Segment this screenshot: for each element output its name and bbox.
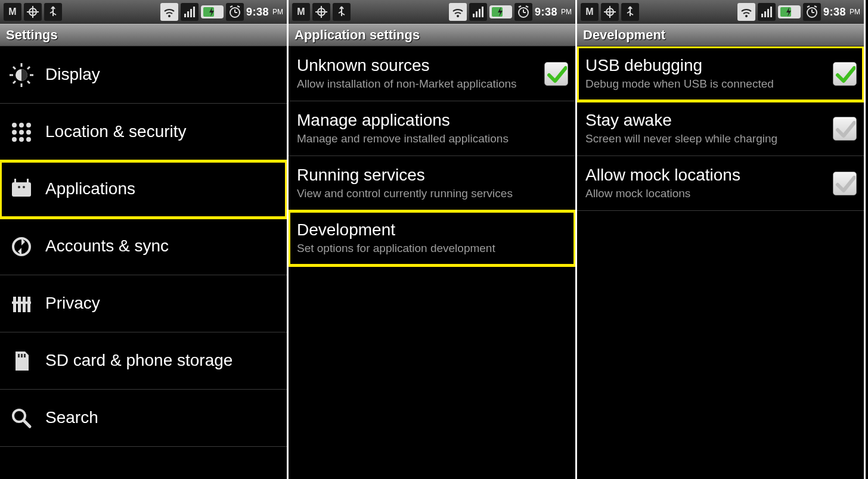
svg-rect-53 — [479, 9, 480, 17]
row-label: Accounts & sync — [45, 237, 280, 256]
settings-accounts-sync[interactable]: Accounts & sync — [0, 218, 287, 275]
settings-location-security[interactable]: Location & security — [0, 104, 287, 161]
battery-charging-icon — [778, 5, 801, 18]
screen-settings: M 9:38PM Settings Display Location & sec… — [0, 0, 289, 479]
row-label: SD card & phone storage — [45, 351, 280, 370]
settings-more[interactable] — [0, 447, 287, 479]
svg-line-71 — [807, 6, 810, 7]
settings-sd-storage[interactable]: SD card & phone storage — [0, 332, 287, 390]
usb-icon — [621, 3, 639, 21]
clock-ampm: PM — [850, 8, 860, 16]
debug-icon — [601, 3, 619, 21]
row-label: Applications — [45, 179, 280, 198]
screen-application-settings: M 9:38PM Application settings Unknown so… — [289, 0, 577, 479]
more-icon — [8, 455, 35, 479]
wifi-icon — [160, 3, 178, 21]
debug-icon — [24, 3, 42, 21]
status-bar: M 9:38PM — [0, 0, 287, 24]
row-label: Running services — [297, 166, 568, 185]
signal-icon — [469, 3, 487, 21]
clock-ampm: PM — [272, 8, 283, 16]
dev-usb-debugging[interactable]: USB debugging Debug mode when USB is con… — [577, 46, 864, 101]
row-label: Allow mock locations — [585, 166, 827, 185]
fence-icon — [8, 291, 35, 317]
brightness-icon — [8, 62, 35, 88]
row-subtitle: Set options for application development — [297, 242, 568, 256]
dev-list: USB debugging Debug mode when USB is con… — [577, 46, 864, 479]
signal-icon — [181, 3, 199, 21]
clock-time: 9:38 — [535, 6, 557, 18]
status-bar: M 9:38PM — [577, 0, 864, 24]
row-subtitle: Debug mode when USB is connected — [585, 77, 827, 91]
row-label: Manage applications — [297, 111, 568, 130]
svg-rect-52 — [476, 11, 478, 17]
alarm-icon — [226, 3, 244, 21]
appset-development[interactable]: Development Set options for application … — [289, 211, 575, 266]
row-label: Location & security — [45, 122, 280, 141]
sd-icon — [8, 348, 35, 374]
row-label: Privacy — [45, 294, 280, 313]
svg-rect-51 — [473, 14, 475, 17]
settings-list: Display Location & security Applications… — [0, 46, 287, 479]
svg-line-46 — [237, 6, 240, 7]
svg-rect-40 — [190, 9, 192, 17]
gmail-icon: M — [581, 3, 599, 21]
row-subtitle: View and control currently running servi… — [297, 187, 568, 201]
svg-line-58 — [519, 6, 521, 7]
appset-manage-applications[interactable]: Manage applications Manage and remove in… — [289, 101, 575, 156]
svg-rect-38 — [184, 14, 186, 17]
row-subtitle: Manage and remove installed applications — [297, 132, 568, 146]
row-label: USB debugging — [585, 56, 827, 75]
svg-rect-54 — [482, 7, 483, 17]
screen-development: M 9:38PM Development USB debugging Debug… — [577, 0, 866, 479]
svg-point-50 — [457, 15, 459, 17]
settings-display[interactable]: Display — [0, 46, 287, 104]
sync-icon — [8, 234, 35, 260]
svg-line-59 — [526, 6, 528, 7]
svg-rect-67 — [770, 7, 772, 17]
svg-point-37 — [168, 15, 170, 17]
settings-privacy[interactable]: Privacy — [0, 275, 287, 332]
appset-running-services[interactable]: Running services View and control curren… — [289, 156, 575, 211]
checkbox-usb-debugging[interactable] — [833, 62, 857, 86]
gmail-icon: M — [4, 3, 21, 21]
checkbox-mock-locations[interactable] — [833, 172, 857, 195]
svg-line-72 — [814, 6, 817, 7]
battery-charging-icon — [201, 5, 224, 18]
clock-time: 9:38 — [246, 6, 269, 18]
clock-ampm: PM — [561, 8, 572, 16]
alarm-icon — [803, 3, 821, 21]
usb-icon — [44, 3, 62, 21]
checkbox-stay-awake[interactable] — [833, 117, 857, 141]
svg-rect-65 — [764, 11, 766, 17]
row-label: Display — [45, 65, 280, 84]
alarm-icon — [514, 3, 532, 21]
page-title: Development — [577, 24, 864, 46]
clock-time: 9:38 — [823, 6, 846, 18]
row-label: Development — [297, 220, 568, 240]
svg-point-63 — [745, 15, 748, 17]
appset-unknown-sources[interactable]: Unknown sources Allow installation of no… — [289, 46, 575, 101]
svg-rect-64 — [761, 14, 763, 17]
debug-icon — [312, 3, 330, 21]
wifi-icon — [449, 3, 467, 21]
svg-line-45 — [230, 6, 232, 7]
checkbox-unknown-sources[interactable] — [544, 62, 568, 86]
settings-search[interactable]: Search — [0, 390, 287, 447]
page-title: Application settings — [289, 24, 575, 46]
svg-rect-39 — [187, 11, 189, 17]
battery-charging-icon — [489, 5, 512, 18]
app-icon — [8, 176, 35, 203]
dev-stay-awake[interactable]: Stay awake Screen will never sleep while… — [577, 101, 864, 156]
page-title: Settings — [0, 24, 287, 46]
settings-applications[interactable]: Applications — [0, 161, 287, 218]
dev-allow-mock-locations[interactable]: Allow mock locations Allow mock location… — [577, 156, 864, 211]
row-label: Unknown sources — [297, 56, 538, 75]
row-label: Stay awake — [585, 111, 827, 130]
svg-rect-66 — [767, 9, 769, 17]
row-subtitle: Allow installation of non-Market applica… — [297, 77, 538, 91]
gmail-icon: M — [292, 3, 310, 21]
wifi-icon — [737, 3, 755, 21]
grid-icon — [8, 119, 35, 145]
usb-icon — [333, 3, 351, 21]
